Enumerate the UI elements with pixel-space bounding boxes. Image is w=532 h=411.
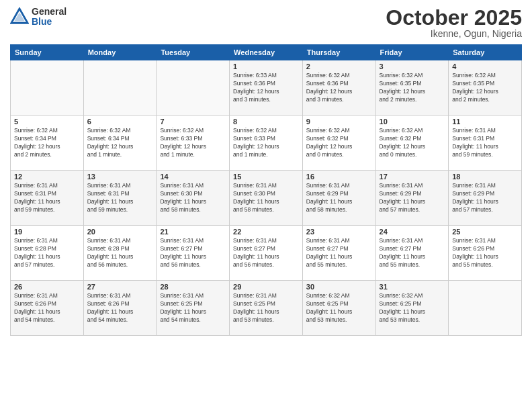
calendar-cell-w5-d5: 30Sunrise: 6:32 AM Sunset: 6:25 PM Dayli…: [302, 281, 375, 336]
calendar-cell-w2-d4: 8Sunrise: 6:32 AM Sunset: 6:33 PM Daylig…: [230, 116, 303, 171]
calendar-table: Sunday Monday Tuesday Wednesday Thursday…: [10, 44, 522, 336]
day-number: 4: [452, 62, 518, 71]
day-number: 22: [233, 228, 299, 236]
day-info: Sunrise: 6:31 AM Sunset: 6:26 PM Dayligh…: [87, 292, 153, 324]
header-sunday: Sunday: [11, 45, 84, 60]
day-number: 6: [87, 118, 153, 126]
calendar-cell-w4-d5: 23Sunrise: 6:31 AM Sunset: 6:27 PM Dayli…: [302, 226, 375, 281]
calendar-cell-w5-d6: 31Sunrise: 6:32 AM Sunset: 6:25 PM Dayli…: [375, 281, 449, 336]
calendar-week-2: 5Sunrise: 6:32 AM Sunset: 6:34 PM Daylig…: [11, 116, 522, 171]
day-number: 26: [14, 283, 80, 291]
day-info: Sunrise: 6:31 AM Sunset: 6:27 PM Dayligh…: [160, 237, 226, 269]
day-number: 17: [380, 173, 445, 181]
day-number: 15: [233, 173, 299, 181]
day-info: Sunrise: 6:32 AM Sunset: 6:34 PM Dayligh…: [14, 127, 80, 159]
calendar-cell-w3-d5: 16Sunrise: 6:31 AM Sunset: 6:29 PM Dayli…: [302, 171, 375, 226]
day-number: 9: [306, 118, 372, 126]
day-info: Sunrise: 6:31 AM Sunset: 6:30 PM Dayligh…: [160, 182, 226, 214]
day-number: 16: [306, 173, 372, 181]
calendar-body: 1Sunrise: 6:33 AM Sunset: 6:36 PM Daylig…: [11, 60, 522, 336]
logo-general-text: General: [32, 7, 66, 17]
calendar-cell-w3-d6: 17Sunrise: 6:31 AM Sunset: 6:29 PM Dayli…: [375, 171, 449, 226]
day-number: 18: [452, 173, 518, 181]
day-info: Sunrise: 6:32 AM Sunset: 6:35 PM Dayligh…: [452, 72, 518, 104]
calendar-header: Sunday Monday Tuesday Wednesday Thursday…: [11, 45, 522, 60]
day-number: 30: [306, 283, 372, 291]
day-number: 5: [14, 118, 80, 126]
calendar-cell-w3-d4: 15Sunrise: 6:31 AM Sunset: 6:30 PM Dayli…: [230, 171, 303, 226]
day-number: 1: [233, 62, 299, 71]
calendar-week-1: 1Sunrise: 6:33 AM Sunset: 6:36 PM Daylig…: [11, 60, 522, 116]
calendar-cell-w3-d7: 18Sunrise: 6:31 AM Sunset: 6:29 PM Dayli…: [449, 171, 522, 226]
day-info: Sunrise: 6:33 AM Sunset: 6:36 PM Dayligh…: [233, 72, 299, 104]
calendar-cell-w1-d3: [157, 60, 230, 116]
day-info: Sunrise: 6:31 AM Sunset: 6:27 PM Dayligh…: [306, 237, 372, 269]
day-info: Sunrise: 6:31 AM Sunset: 6:26 PM Dayligh…: [14, 292, 80, 324]
day-info: Sunrise: 6:32 AM Sunset: 6:34 PM Dayligh…: [87, 127, 153, 159]
header: General Blue October 2025 Ikenne, Ogun, …: [10, 7, 522, 39]
calendar-cell-w2-d3: 7Sunrise: 6:32 AM Sunset: 6:33 PM Daylig…: [157, 116, 230, 171]
calendar-cell-w1-d7: 4Sunrise: 6:32 AM Sunset: 6:35 PM Daylig…: [449, 60, 522, 116]
calendar-cell-w1-d2: [83, 60, 157, 116]
day-number: 19: [14, 228, 80, 236]
calendar-cell-w4-d7: 25Sunrise: 6:31 AM Sunset: 6:26 PM Dayli…: [449, 226, 522, 281]
calendar-cell-w5-d1: 26Sunrise: 6:31 AM Sunset: 6:26 PM Dayli…: [11, 281, 84, 336]
header-tuesday: Tuesday: [157, 45, 230, 60]
logo-text: General Blue: [32, 7, 66, 28]
calendar-cell-w3-d1: 12Sunrise: 6:31 AM Sunset: 6:31 PM Dayli…: [11, 171, 84, 226]
header-monday: Monday: [83, 45, 157, 60]
day-info: Sunrise: 6:32 AM Sunset: 6:25 PM Dayligh…: [306, 292, 372, 324]
day-number: 14: [160, 173, 226, 181]
day-info: Sunrise: 6:31 AM Sunset: 6:30 PM Dayligh…: [233, 182, 299, 214]
day-number: 21: [160, 228, 226, 236]
calendar-week-3: 12Sunrise: 6:31 AM Sunset: 6:31 PM Dayli…: [11, 171, 522, 226]
calendar-cell-w3-d3: 14Sunrise: 6:31 AM Sunset: 6:30 PM Dayli…: [157, 171, 230, 226]
day-number: 2: [306, 62, 372, 71]
header-friday: Friday: [375, 45, 449, 60]
day-info: Sunrise: 6:31 AM Sunset: 6:31 PM Dayligh…: [14, 182, 80, 214]
day-number: 8: [233, 118, 299, 126]
calendar-cell-w3-d2: 13Sunrise: 6:31 AM Sunset: 6:31 PM Dayli…: [83, 171, 157, 226]
calendar-week-5: 26Sunrise: 6:31 AM Sunset: 6:26 PM Dayli…: [11, 281, 522, 336]
day-number: 13: [87, 173, 153, 181]
calendar-cell-w1-d1: [11, 60, 84, 116]
header-row: Sunday Monday Tuesday Wednesday Thursday…: [11, 45, 522, 60]
calendar-cell-w4-d2: 20Sunrise: 6:31 AM Sunset: 6:28 PM Dayli…: [83, 226, 157, 281]
day-number: 12: [14, 173, 80, 181]
title-section: October 2025 Ikenne, Ogun, Nigeria: [386, 7, 522, 39]
calendar-cell-w2-d5: 9Sunrise: 6:32 AM Sunset: 6:32 PM Daylig…: [302, 116, 375, 171]
logo-blue-text: Blue: [32, 17, 66, 27]
calendar-cell-w5-d7: [449, 281, 522, 336]
logo-icon: [10, 7, 29, 26]
day-info: Sunrise: 6:32 AM Sunset: 6:25 PM Dayligh…: [380, 292, 445, 324]
day-info: Sunrise: 6:31 AM Sunset: 6:27 PM Dayligh…: [233, 237, 299, 269]
day-info: Sunrise: 6:31 AM Sunset: 6:28 PM Dayligh…: [87, 237, 153, 269]
day-info: Sunrise: 6:32 AM Sunset: 6:33 PM Dayligh…: [160, 127, 226, 159]
day-info: Sunrise: 6:31 AM Sunset: 6:25 PM Dayligh…: [233, 292, 299, 324]
calendar-cell-w4-d1: 19Sunrise: 6:31 AM Sunset: 6:28 PM Dayli…: [11, 226, 84, 281]
day-info: Sunrise: 6:32 AM Sunset: 6:36 PM Dayligh…: [306, 72, 372, 104]
day-number: 3: [380, 62, 445, 71]
day-number: 11: [452, 118, 518, 126]
calendar-cell-w4-d4: 22Sunrise: 6:31 AM Sunset: 6:27 PM Dayli…: [230, 226, 303, 281]
day-number: 24: [380, 228, 445, 236]
month-title: October 2025: [386, 7, 522, 28]
calendar-cell-w1-d5: 2Sunrise: 6:32 AM Sunset: 6:36 PM Daylig…: [302, 60, 375, 116]
day-info: Sunrise: 6:31 AM Sunset: 6:29 PM Dayligh…: [380, 182, 445, 214]
day-number: 23: [306, 228, 372, 236]
calendar-cell-w4-d6: 24Sunrise: 6:31 AM Sunset: 6:27 PM Dayli…: [375, 226, 449, 281]
day-info: Sunrise: 6:32 AM Sunset: 6:35 PM Dayligh…: [380, 72, 445, 104]
location: Ikenne, Ogun, Nigeria: [386, 28, 522, 39]
day-info: Sunrise: 6:32 AM Sunset: 6:33 PM Dayligh…: [233, 127, 299, 159]
calendar-week-4: 19Sunrise: 6:31 AM Sunset: 6:28 PM Dayli…: [11, 226, 522, 281]
calendar-cell-w5-d3: 28Sunrise: 6:31 AM Sunset: 6:25 PM Dayli…: [157, 281, 230, 336]
calendar-cell-w5-d4: 29Sunrise: 6:31 AM Sunset: 6:25 PM Dayli…: [230, 281, 303, 336]
day-info: Sunrise: 6:32 AM Sunset: 6:32 PM Dayligh…: [380, 127, 445, 159]
page-container: General Blue October 2025 Ikenne, Ogun, …: [0, 0, 532, 411]
day-info: Sunrise: 6:31 AM Sunset: 6:25 PM Dayligh…: [160, 292, 226, 324]
day-info: Sunrise: 6:31 AM Sunset: 6:29 PM Dayligh…: [306, 182, 372, 214]
day-info: Sunrise: 6:31 AM Sunset: 6:29 PM Dayligh…: [452, 182, 518, 214]
header-saturday: Saturday: [449, 45, 522, 60]
day-info: Sunrise: 6:31 AM Sunset: 6:27 PM Dayligh…: [380, 237, 445, 269]
day-number: 29: [233, 283, 299, 291]
